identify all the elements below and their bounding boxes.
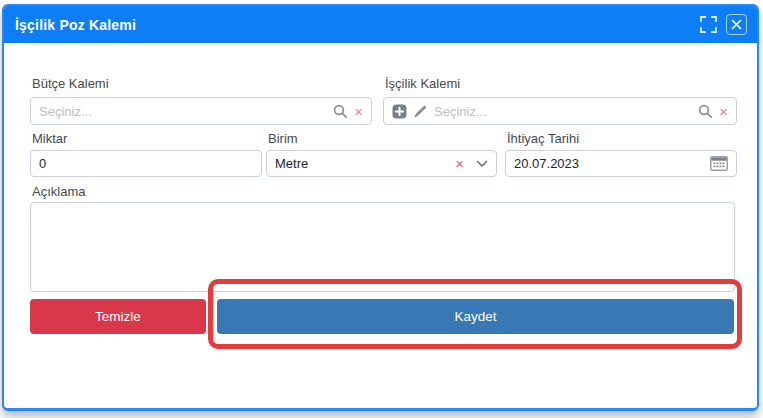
dialog-title: İşçilik Poz Kalemi — [15, 17, 136, 33]
search-icon[interactable] — [333, 104, 348, 119]
temizle-button[interactable]: Temizle — [30, 299, 206, 334]
search-icon[interactable] — [698, 104, 713, 119]
ihtiyac-tarihi-label: İhtiyaç Tarihi — [507, 131, 579, 146]
dialog-titlebar: İşçilik Poz Kalemi — [4, 6, 757, 43]
butce-kalemi-combobox[interactable]: Seçiniz... × — [30, 97, 372, 125]
iscilik-kalemi-label: İşçilik Kalemi — [385, 76, 460, 91]
close-icon — [731, 19, 742, 30]
edit-pencil-icon[interactable] — [413, 104, 428, 119]
chevron-down-icon[interactable] — [476, 160, 488, 168]
aciklama-label: Açıklama — [32, 184, 85, 199]
birim-selected-value: Metre — [275, 156, 449, 171]
miktar-label: Miktar — [32, 131, 67, 146]
clear-icon[interactable]: × — [719, 104, 728, 119]
butce-kalemi-placeholder: Seçiniz... — [39, 104, 327, 119]
miktar-input[interactable] — [30, 150, 262, 177]
kaydet-button[interactable]: Kaydet — [217, 299, 734, 334]
close-button[interactable] — [726, 14, 747, 35]
titlebar-actions — [698, 14, 747, 35]
add-icon[interactable] — [392, 104, 407, 119]
birim-select[interactable]: Metre × — [266, 150, 497, 177]
clear-icon[interactable]: × — [455, 156, 464, 171]
aciklama-textarea[interactable] — [30, 202, 735, 292]
clear-icon[interactable]: × — [354, 104, 363, 119]
birim-label: Birim — [268, 131, 298, 146]
iscilik-kalemi-combobox[interactable]: Seçiniz... × — [383, 97, 737, 125]
maximize-button[interactable] — [698, 14, 719, 35]
butce-kalemi-label: Bütçe Kalemi — [32, 76, 109, 91]
maximize-icon — [700, 16, 717, 33]
iscilik-kalemi-placeholder: Seçiniz... — [434, 104, 692, 119]
ihtiyac-tarihi-value: 20.07.2023 — [514, 156, 704, 171]
iscilik-poz-kalemi-dialog: İşçilik Poz Kalemi — [2, 4, 759, 411]
ihtiyac-tarihi-datepicker[interactable]: 20.07.2023 — [505, 150, 737, 177]
calendar-icon[interactable] — [710, 156, 728, 171]
